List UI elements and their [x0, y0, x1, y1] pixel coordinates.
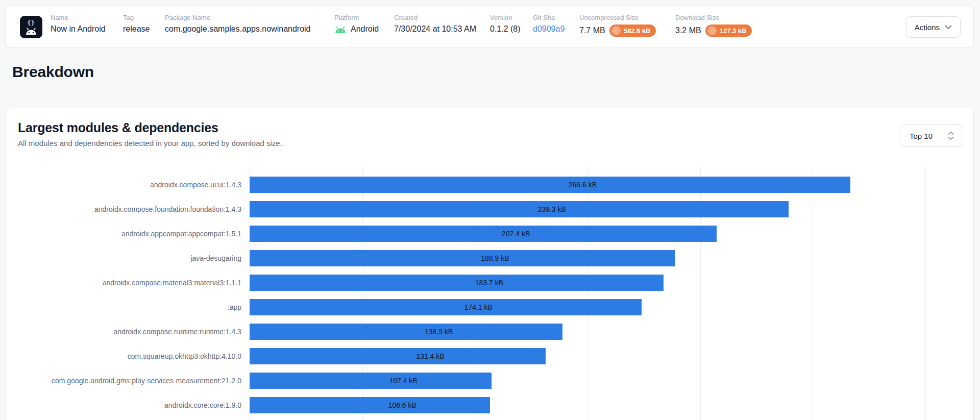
now-in-android-app-icon: {}: [20, 16, 42, 38]
module-label: androidx.compose.foundation:foundation:1…: [6, 205, 246, 213]
module-label: androidx.appcompat:appcompat:1.5.1: [6, 230, 246, 238]
card-subtitle: All modules and dependencies detected in…: [18, 139, 282, 147]
chart-row: androidx.compose.foundation:foundation:1…: [6, 197, 973, 221]
module-label: androidx.core:core:1.9.0: [6, 401, 246, 409]
header-field-text: d0909a9: [533, 24, 565, 34]
size-delta-text: 127.3 kB: [720, 28, 747, 34]
header-field-package-name: Package Namecom.google.samples.apps.nowi…: [165, 14, 311, 34]
header-field-label: Version: [490, 14, 521, 21]
module-bar[interactable]: 207.4 kB: [250, 226, 717, 242]
bar-value-label: 106.6 kB: [388, 401, 416, 409]
chevrons-up-down-icon: [947, 131, 954, 140]
bar-track: 183.7 kB: [250, 275, 968, 291]
header-field-text: 7.7 MB: [579, 26, 605, 35]
header-field-label: Uncompressed Size: [579, 14, 656, 21]
header-field-uncompressed-size: Uncompressed Size7.7 MB↑582.6 kB: [579, 14, 656, 37]
bar-value-label: 138.9 kB: [425, 328, 453, 336]
module-bar[interactable]: 138.9 kB: [250, 324, 562, 340]
header-field-value: 7/30/2024 at 10:53 AM: [394, 24, 476, 34]
module-label: :app: [6, 303, 246, 311]
bar-value-label: 239.3 kB: [537, 205, 566, 213]
header-field-value: com.google.samples.apps.nowinandroid: [165, 24, 311, 34]
bar-value-label: 188.9 kB: [481, 254, 509, 262]
module-bar[interactable]: 266.6 kB: [250, 177, 850, 193]
module-bar[interactable]: 107.4 kB: [250, 373, 492, 389]
header-field-value: release: [123, 24, 150, 34]
header-field-download-size: Download Size3.2 MB↑127.3 kB: [675, 14, 752, 37]
module-label: com.google.android.gms:play-services-mea…: [6, 377, 246, 385]
module-bar[interactable]: 106.6 kB: [250, 397, 490, 413]
braces-glyph: {}: [27, 19, 35, 26]
largest-modules-card: Largest modules & dependencies All modul…: [5, 108, 974, 420]
size-delta-badge: ↑127.3 kB: [705, 24, 752, 37]
header-field-created: Created7/30/2024 at 10:53 AM: [394, 14, 476, 34]
bar-value-label: 131.4 kB: [416, 352, 444, 360]
android-robot-icon: [24, 27, 38, 35]
header-field-text: 0.1.2 (8): [490, 24, 521, 34]
chevron-down-icon: [945, 25, 952, 30]
header-field-label: Tag: [123, 14, 150, 21]
android-icon: [334, 26, 347, 33]
header-field-label: Download Size: [675, 14, 752, 21]
bar-value-label: 266.6 kB: [569, 181, 597, 189]
header-field-label: Platform: [334, 14, 379, 21]
modules-bar-chart: androidx.compose.ui:ui:1.4.3266.6 kBandr…: [6, 166, 973, 420]
page-title: Breakdown: [12, 63, 94, 81]
bar-track: 107.4 kB: [250, 373, 968, 389]
header-field-value[interactable]: d0909a9: [533, 24, 565, 34]
top-n-select-value: Top 10: [910, 132, 933, 140]
header-field-label: Name: [51, 14, 106, 21]
bar-track: 207.4 kB: [250, 226, 968, 242]
header-field-tag: Tagrelease: [123, 14, 150, 34]
bar-track: 131.4 kB: [250, 348, 968, 364]
up-arrow-icon: ↑: [707, 26, 717, 35]
chart-row: java-desugaring188.9 kB: [6, 246, 973, 270]
header-field-label: Created: [394, 14, 476, 21]
size-delta-text: 582.6 kB: [624, 28, 651, 34]
module-label: androidx.compose.material3:material3:1.1…: [6, 279, 246, 287]
header-field-name: NameNow in Android: [51, 14, 106, 34]
bar-value-label: 107.4 kB: [389, 377, 417, 385]
app-header-card: {} NameNow in AndroidTagreleasePackage N…: [5, 5, 974, 48]
header-field-text: Android: [351, 24, 379, 34]
module-label: androidx.compose.ui:ui:1.4.3: [6, 181, 246, 189]
header-field-text: release: [123, 24, 150, 34]
header-field-value: Now in Android: [51, 24, 106, 34]
header-field-value: Android: [334, 24, 379, 34]
module-bar[interactable]: 239.3 kB: [250, 201, 789, 217]
header-field-text: 3.2 MB: [675, 26, 701, 35]
chart-row: androidx.appcompat:appcompat:1.5.1207.4 …: [6, 221, 973, 246]
header-field-value: 7.7 MB↑582.6 kB: [579, 24, 656, 37]
bar-track: 266.6 kB: [250, 177, 968, 193]
chart-row: com.google.android.gms:play-services-mea…: [6, 368, 973, 393]
actions-button[interactable]: Actions: [906, 16, 961, 38]
bar-track: 138.9 kB: [250, 324, 968, 340]
module-label: androidx.compose.runtime:runtime:1.4.3: [6, 328, 246, 336]
module-bar[interactable]: 131.4 kB: [250, 348, 546, 364]
bar-track: 188.9 kB: [250, 250, 968, 266]
module-bar[interactable]: 183.7 kB: [250, 275, 664, 291]
chart-row: androidx.compose.runtime:runtime:1.4.313…: [6, 319, 973, 344]
bar-value-label: 174.1 kB: [464, 303, 493, 311]
bar-track: 106.6 kB: [250, 397, 968, 413]
header-field-version: Version0.1.2 (8): [490, 14, 521, 34]
chart-row: androidx.compose.material3:material3:1.1…: [6, 270, 973, 295]
bar-track: 174.1 kB: [250, 299, 968, 315]
top-n-select[interactable]: Top 10: [900, 125, 962, 147]
module-bar[interactable]: 174.1 kB: [250, 299, 642, 315]
header-field-label: Package Name: [165, 14, 311, 21]
bar-track: 239.3 kB: [250, 201, 968, 217]
chart-row: androidx.compose.ui:ui:1.4.3266.6 kB: [6, 172, 973, 197]
header-field-text: Now in Android: [51, 24, 106, 34]
header-field-text: com.google.samples.apps.nowinandroid: [165, 24, 311, 34]
chart-row: com.squareup.okhttp3:okhttp:4.10.0131.4 …: [6, 344, 973, 368]
bar-value-label: 183.7 kB: [475, 279, 503, 287]
size-delta-badge: ↑582.6 kB: [609, 24, 656, 37]
up-arrow-icon: ↑: [611, 26, 621, 35]
module-bar[interactable]: 188.9 kB: [250, 250, 675, 266]
header-field-platform: PlatformAndroid: [334, 14, 379, 34]
module-label: com.squareup.okhttp3:okhttp:4.10.0: [6, 352, 246, 360]
header-field-text: 7/30/2024 at 10:53 AM: [394, 24, 476, 34]
module-label: java-desugaring: [6, 254, 246, 262]
card-title: Largest modules & dependencies: [18, 120, 218, 135]
